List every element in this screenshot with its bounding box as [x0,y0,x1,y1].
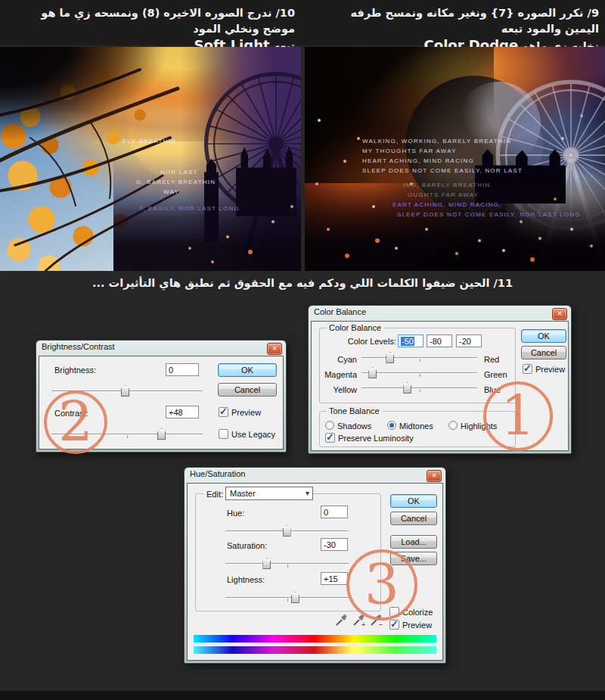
cyan-red-slider [361,352,477,364]
level-input-2[interactable]: -80 [427,334,452,347]
slider-center-tick [127,435,128,438]
slider-thumb[interactable] [157,428,166,440]
cancel-button[interactable]: Cancel [218,383,277,397]
hue-slider [225,525,349,537]
preserve-luminosity-label: Preserve Luminosity [338,434,414,443]
cancel-button[interactable]: Cancel [390,512,437,525]
slider-center-tick [420,389,420,392]
moon [127,61,252,185]
slider-track [225,563,349,564]
lyric-line: EART ACHING, MIND RACING, [362,200,581,210]
use-legacy-checkbox[interactable] [219,429,228,439]
lyric-line: T, EASILY, NOR LAST LONG [91,204,240,213]
level-input-3[interactable]: -20 [456,334,482,347]
slider-thumb[interactable] [403,382,411,394]
color-balance-dialog: Color Balance Color Balance Color Levels… [308,305,572,454]
hue-label: Hue: [227,509,244,518]
saturation-slider [225,558,349,570]
sparkle-dots [0,47,2,48]
artwork-before-image: ELY BREATHIN NOR LAST G, BARELY BREATHIN… [0,47,301,271]
load-button[interactable]: Load... [390,535,437,549]
preview-label: Preview [231,408,261,417]
lyric-line: OUGHTS FAR AWAY [362,190,581,200]
sun-glow [42,47,301,194]
lightness-slider [225,592,349,604]
annotation-circle-2: 2 [44,390,107,454]
group-label: Tone Balance [326,406,383,415]
eyedropper-add-icon[interactable]: + [352,614,365,627]
slider-thumb[interactable] [368,367,377,378]
lyric-line: MY THOUGHTS FAR AWAY [362,146,581,156]
lyric-line: ING, BARELY BREATHIN [362,180,581,190]
yellow-label: Yellow [316,385,357,394]
ground-shadow [305,176,605,271]
lightness-input[interactable]: +15 [321,572,348,585]
yellow-blue-slider [361,382,477,394]
preserve-luminosity-checkbox[interactable] [325,433,335,443]
autumn-foliage [0,47,301,271]
brightness-contrast-dialog: Brightness/Contrast Brightness: 0 OK Can… [36,340,287,453]
close-icon[interactable] [267,343,282,355]
annotation-circle-1: 1 [483,381,553,451]
shadows-label: Shadows [337,422,371,431]
slider-track [361,372,477,373]
slider-track [361,387,477,388]
skyline-shadow [113,154,301,271]
ok-button[interactable]: OK [218,363,277,377]
lyric-line: G, BARELY BREATHIN [91,177,240,187]
horizon-glow [506,164,605,259]
lyric-line: NOR LAST [91,167,240,177]
slider-thumb[interactable] [121,385,129,397]
eyedropper-icon[interactable] [335,614,347,627]
cyan-label: Cyan [316,355,357,364]
dialog-titlebar[interactable]: Brightness/Contrast [42,342,115,354]
ok-button[interactable]: OK [390,494,437,508]
slider-thumb[interactable] [262,558,271,569]
slider-track [361,357,477,358]
magenta-green-slider [361,367,477,379]
lyrics-overlay: WALKING, WORKING, BARELY BREATHIN MY THO… [362,136,581,219]
tree-branches [0,47,189,271]
highlights-radio[interactable] [448,421,458,430]
hue-saturation-dialog: Hue/Saturation Edit: Master Hue: 0 Satur… [184,467,446,664]
preview-label: Preview [535,365,565,374]
purple-nebula [180,47,301,271]
lyric-line: SLEEP DOES NOT COME EASILY, NOR LAST LON… [362,210,581,219]
slider-thumb[interactable] [283,525,291,537]
slider-track [225,597,349,598]
step11-text: 11/ الحين ضيفوا الكلمات اللي ودكم فيه مع… [92,277,513,289]
contrast-input[interactable]: +48 [166,406,199,418]
midtones-radio[interactable] [387,421,396,430]
saturation-input[interactable]: -30 [321,538,348,551]
cancel-button[interactable]: Cancel [521,346,566,359]
midtones-label: Midtones [399,422,433,431]
lightness-label: Lightness: [227,575,265,584]
use-legacy-label: Use Legacy [231,430,275,439]
slider-thumb[interactable] [386,352,394,363]
hue-input[interactable]: 0 [321,506,348,518]
westminster-silhouette [475,149,566,204]
lyric-line: WAY [91,187,240,197]
dark-corner [305,47,494,183]
brightness-label: Brightness: [54,366,96,375]
hue-spectrum-bar-adjusted [194,646,436,654]
level-input-1[interactable]: -50 [398,334,424,347]
annotation-circle-3: 3 [346,549,417,621]
slider-center-tick [287,599,288,602]
preview-checkbox[interactable] [523,364,532,374]
slider-thumb[interactable] [291,592,299,603]
lyric-line: HEART ACHING, MIND RACING [362,156,581,166]
dialog-titlebar[interactable]: Hue/Saturation [190,469,245,481]
preview-checkbox[interactable] [219,407,228,417]
dark-corner [0,47,174,145]
close-icon[interactable] [427,470,442,482]
preview-checkbox[interactable] [389,620,399,630]
red-nebula [305,89,482,271]
ok-button[interactable]: OK [521,329,566,343]
edit-channel-dropdown[interactable]: Master [225,487,313,500]
dialog-titlebar[interactable]: Color Balance [314,307,366,319]
shadows-radio[interactable] [325,421,334,430]
step9-text: 9/ نكرر الصوره {7} ونغير مكانه ونمسح طرف… [351,7,599,35]
close-icon[interactable] [552,308,567,320]
brightness-input[interactable]: 0 [166,363,199,376]
